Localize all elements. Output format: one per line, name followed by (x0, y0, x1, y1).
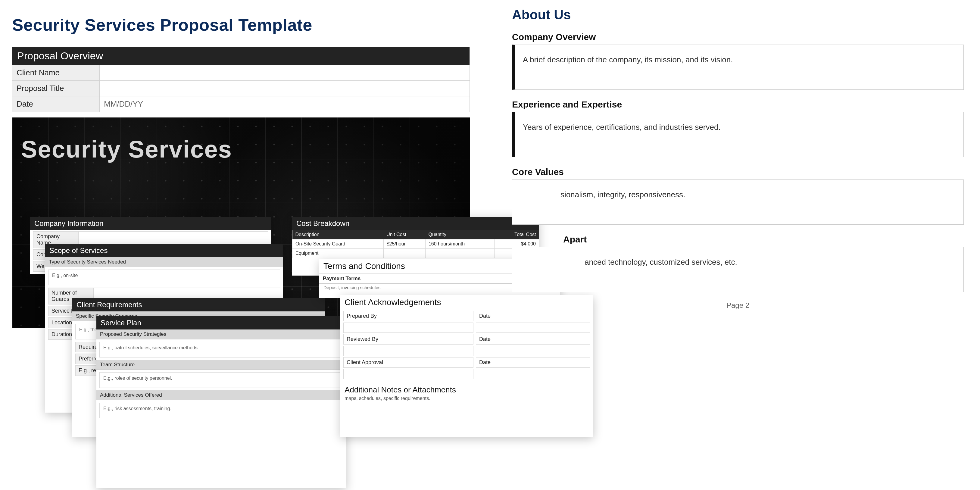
page-number: Page 2 (512, 301, 964, 310)
hero-title: Security Services (21, 135, 232, 163)
mini-header: Company Information (30, 217, 271, 230)
about-text[interactable]: anced technology, customized services, e… (512, 247, 964, 292)
overview-row-label: Proposal Title (12, 81, 100, 96)
overview-header: Proposal Overview (12, 47, 470, 65)
about-heading: Apart (512, 234, 964, 245)
mini-ack: Client Acknowledgements Prepared By Date… (340, 295, 593, 437)
overview-row-value[interactable]: MM/DD/YY (100, 96, 470, 112)
overview-row-label: Client Name (12, 65, 100, 81)
about-heading: Company Overview (512, 32, 964, 42)
notes-header: Additional Notes or Attachments (340, 380, 593, 396)
page-title: Security Services Proposal Template (12, 15, 470, 35)
mini-header: Client Requirements (72, 298, 325, 312)
mini-header: Service Plan (96, 316, 346, 329)
overview-row-value[interactable] (100, 81, 470, 96)
about-text[interactable]: Years of experience, certifications, and… (512, 112, 964, 157)
mini-header: Scope of Services (45, 244, 283, 257)
overview-row-value[interactable] (100, 65, 470, 81)
about-heading: Core Values (512, 167, 964, 177)
mini-header: Cost Breakdown (292, 217, 539, 230)
about-text[interactable]: A brief description of the company, its … (512, 45, 964, 90)
about-text[interactable]: sionalism, integrity, responsiveness. (512, 180, 964, 225)
mini-service-plan: Service Plan Proposed Security Strategie… (96, 316, 346, 488)
proposal-overview-table: Proposal Overview Client Name Proposal T… (12, 47, 470, 112)
cost-table: Description Unit Cost Quantity Total Cos… (292, 230, 539, 258)
about-title: About Us (512, 7, 964, 22)
overview-row-label: Date (12, 96, 100, 112)
about-heading: Experience and Expertise (512, 99, 964, 110)
about-us-page: About Us Company Overview A brief descri… (512, 0, 964, 310)
